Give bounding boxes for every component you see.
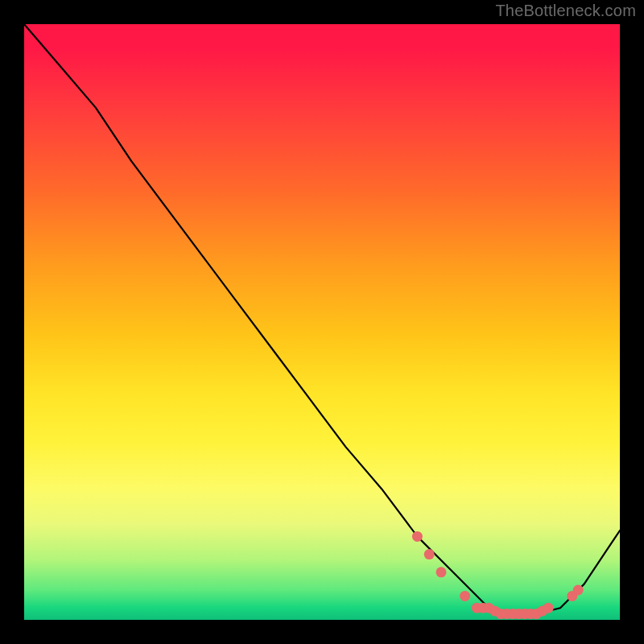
watermark-text: TheBottleneck.com <box>495 2 636 20</box>
highlight-dots-group <box>412 531 584 619</box>
highlight-dot <box>573 585 584 596</box>
chart-frame: TheBottleneck.com <box>0 0 644 644</box>
highlight-dot <box>412 531 423 542</box>
highlight-dot <box>543 603 554 613</box>
highlight-dot <box>436 567 447 577</box>
highlight-dot <box>460 591 470 601</box>
highlight-dot <box>424 549 435 559</box>
chart-plot-area <box>24 24 620 620</box>
bottleneck-curve <box>24 24 620 614</box>
chart-svg <box>24 24 620 620</box>
